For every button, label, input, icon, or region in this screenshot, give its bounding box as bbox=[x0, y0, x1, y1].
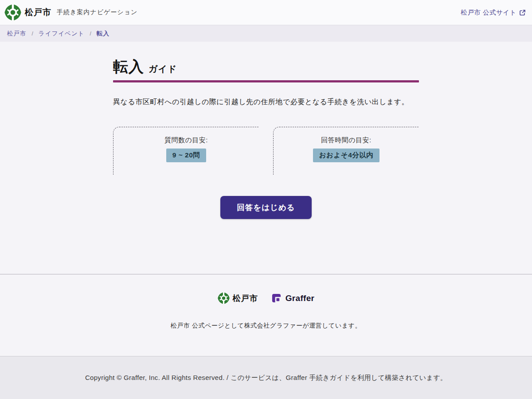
external-link-icon bbox=[519, 9, 526, 16]
start-button-row: 回答をはじめる bbox=[113, 196, 419, 219]
footer-graffer-wordmark: Graffer bbox=[286, 293, 314, 303]
stat-answer-time-label: 回答時間の目安: bbox=[278, 136, 415, 145]
main-content: 転入 ガイド 異なる市区町村への引越しの際に引越し先の住所地で必要となる手続きを… bbox=[0, 42, 532, 274]
stat-question-count: 質問数の目安: 9 ~ 20問 bbox=[113, 127, 259, 175]
operator-note: 松戸市 公式ページとして株式会社グラファーが運営しています。 bbox=[0, 322, 532, 330]
start-answering-button[interactable]: 回答をはじめる bbox=[220, 196, 312, 219]
copyright-text: Copyright © Graffer, Inc. All Rights Res… bbox=[85, 374, 447, 382]
title-underline bbox=[113, 80, 419, 82]
page-title-suffix: ガイド bbox=[149, 63, 177, 75]
official-site-link-label: 松戸市 公式サイト bbox=[461, 8, 516, 17]
matsudo-city-logo-icon bbox=[218, 292, 230, 304]
footer-city-name: 松戸市 bbox=[233, 293, 258, 304]
guide-stats: 質問数の目安: 9 ~ 20問 回答時間の目安: おおよそ4分以内 bbox=[113, 127, 419, 175]
footer-logos: 松戸市 Graffer bbox=[0, 292, 532, 304]
stat-question-count-label: 質問数の目安: bbox=[118, 136, 254, 145]
breadcrumb-separator: / bbox=[90, 31, 91, 37]
app-header: 松戸市 手続き案内ナビゲーション 松戸市 公式サイト bbox=[0, 0, 532, 25]
graffer-logo-icon bbox=[271, 293, 282, 303]
page-title-main: 転入 bbox=[113, 57, 144, 77]
stat-answer-time-value: おおよそ4分以内 bbox=[313, 149, 380, 162]
breadcrumb-separator: / bbox=[32, 31, 33, 37]
guide-description: 異なる市区町村への引越しの際に引越し先の住所地で必要となる手続きを洗い出します。 bbox=[113, 97, 419, 107]
stat-answer-time: 回答時間の目安: おおよそ4分以内 bbox=[273, 127, 419, 175]
page-title: 転入 ガイド bbox=[113, 57, 419, 77]
site-footer: 松戸市 Graffer 松戸市 公式ページとして株式会社グラファーが運営していま… bbox=[0, 274, 532, 356]
stat-question-count-value: 9 ~ 20問 bbox=[166, 149, 207, 162]
breadcrumb-item-life-event[interactable]: ライフイベント bbox=[39, 30, 85, 38]
header-city-name: 松戸市 bbox=[25, 7, 51, 18]
breadcrumb: 松戸市 / ライフイベント / 転入 bbox=[0, 25, 532, 42]
header-service-name: 手続き案内ナビゲーション bbox=[57, 8, 137, 16]
matsudo-city-logo-icon bbox=[4, 4, 21, 21]
official-site-link[interactable]: 松戸市 公式サイト bbox=[461, 8, 526, 17]
header-brand: 松戸市 手続き案内ナビゲーション bbox=[4, 4, 137, 21]
copyright-bar: Copyright © Graffer, Inc. All Rights Res… bbox=[0, 356, 532, 399]
page: 松戸市 手続き案内ナビゲーション 松戸市 公式サイト 松戸市 / ライフイベント… bbox=[0, 0, 532, 399]
footer-graffer-brand: Graffer bbox=[271, 293, 314, 303]
breadcrumb-item-current: 転入 bbox=[97, 30, 110, 38]
breadcrumb-item-city[interactable]: 松戸市 bbox=[7, 30, 27, 38]
footer-city-brand: 松戸市 bbox=[218, 292, 258, 304]
